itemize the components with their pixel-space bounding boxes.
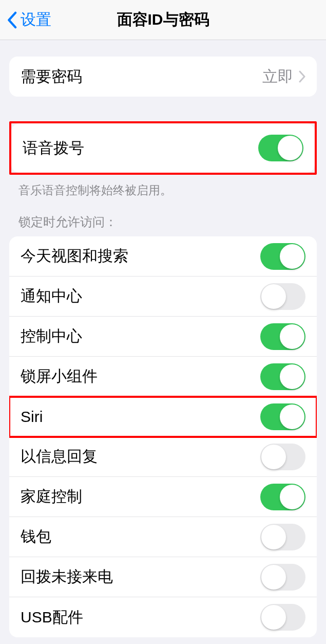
voice-dial-group: 语音拨号 [11, 123, 315, 173]
lock-access-row: 控制中心 [9, 317, 317, 357]
lock-access-toggle[interactable] [260, 283, 305, 310]
voice-dial-row: 语音拨号 [11, 123, 315, 173]
lock-access-toggle[interactable] [260, 564, 305, 591]
lock-access-toggle[interactable] [260, 524, 305, 550]
require-passcode-group: 需要密码 立即 [9, 57, 317, 97]
lock-access-header: 锁定时允许访问： [0, 198, 326, 233]
lock-access-label: 锁屏小组件 [21, 366, 260, 387]
back-button[interactable]: 设置 [0, 9, 51, 30]
navbar: 设置 面容ID与密码 [0, 0, 326, 40]
lock-access-row: 家庭控制 [9, 477, 317, 517]
lock-access-label: USB配件 [21, 607, 260, 628]
lock-access-label: 钱包 [21, 526, 260, 547]
chevron-left-icon [6, 11, 17, 29]
lock-access-toggle[interactable] [260, 604, 305, 631]
lock-access-row: 今天视图和搜索 [9, 236, 317, 277]
lock-access-row: Siri [9, 397, 317, 437]
lock-access-row: 通知中心 [9, 277, 317, 317]
lock-access-row: 以信息回复 [9, 437, 317, 477]
lock-access-label: 家庭控制 [21, 486, 260, 507]
lock-access-label: 通知中心 [21, 286, 260, 307]
voice-dial-toggle[interactable] [258, 135, 303, 161]
voice-dial-footer: 音乐语音控制将始终被启用。 [0, 175, 326, 198]
require-passcode-value: 立即 [262, 66, 293, 87]
lock-access-toggle[interactable] [260, 484, 305, 510]
require-passcode-row[interactable]: 需要密码 立即 [9, 57, 317, 97]
lock-access-toggle[interactable] [260, 444, 305, 470]
chevron-right-icon [298, 70, 305, 83]
voice-dial-label: 语音拨号 [23, 138, 258, 159]
lock-access-row: USB配件 [9, 597, 317, 637]
lock-access-label: 回拨未接来电 [21, 566, 260, 587]
voice-dial-highlight: 语音拨号 [9, 121, 317, 175]
lock-access-group: 今天视图和搜索通知中心控制中心锁屏小组件Siri以信息回复家庭控制钱包回拨未接来… [9, 236, 317, 637]
content: 需要密码 立即 语音拨号 音乐语音控制将始终被启用。 锁定时允许访问： 今天视图… [0, 57, 326, 644]
lock-access-label: 控制中心 [21, 326, 260, 347]
lock-access-row: 回拨未接来电 [9, 557, 317, 597]
lock-access-toggle[interactable] [260, 403, 305, 430]
lock-access-label: 今天视图和搜索 [21, 246, 260, 267]
lock-access-toggle[interactable] [260, 323, 305, 350]
back-label: 设置 [21, 9, 51, 30]
require-passcode-label: 需要密码 [21, 66, 262, 87]
lock-access-row: 锁屏小组件 [9, 357, 317, 397]
lock-access-row: 钱包 [9, 517, 317, 557]
lock-access-label: 以信息回复 [21, 446, 260, 467]
lock-access-toggle[interactable] [260, 243, 305, 270]
lock-access-label: Siri [21, 408, 260, 426]
lock-access-toggle[interactable] [260, 363, 305, 390]
lock-access-footer: iPhone锁定超过一小时后，需先解锁iPhone才能允许USB配件连接。 [0, 637, 326, 644]
